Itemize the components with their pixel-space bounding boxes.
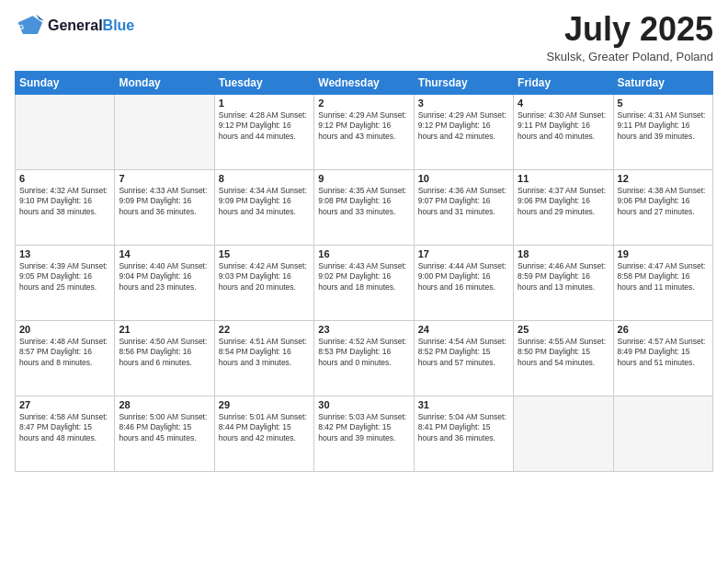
day-number: 21: [119, 324, 210, 335]
day-number: 30: [318, 399, 409, 410]
calendar-day-cell: 20Sunrise: 4:48 AM Sunset: 8:57 PM Dayli…: [16, 320, 115, 396]
day-info: Sunrise: 4:51 AM Sunset: 8:54 PM Dayligh…: [219, 337, 310, 368]
day-info: Sunrise: 4:58 AM Sunset: 8:47 PM Dayligh…: [19, 412, 110, 443]
logo: G General Blue: [15, 11, 134, 40]
day-info: Sunrise: 4:35 AM Sunset: 9:08 PM Dayligh…: [318, 186, 409, 217]
day-info: Sunrise: 4:42 AM Sunset: 9:03 PM Dayligh…: [219, 261, 310, 293]
calendar-day-header: Friday: [514, 71, 613, 94]
calendar-day-cell: 5Sunrise: 4:31 AM Sunset: 9:11 PM Daylig…: [613, 94, 712, 169]
day-info: Sunrise: 4:37 AM Sunset: 9:06 PM Dayligh…: [518, 186, 609, 217]
day-number: 6: [19, 173, 110, 184]
location: Skulsk, Greater Poland, Poland: [547, 50, 713, 63]
day-number: 19: [618, 248, 709, 259]
day-info: Sunrise: 4:36 AM Sunset: 9:07 PM Dayligh…: [418, 186, 509, 217]
calendar-day-cell: 8Sunrise: 4:34 AM Sunset: 9:09 PM Daylig…: [214, 169, 313, 245]
day-info: Sunrise: 4:48 AM Sunset: 8:57 PM Dayligh…: [19, 337, 110, 368]
logo-text: General Blue: [48, 17, 134, 34]
calendar-day-cell: 6Sunrise: 4:32 AM Sunset: 9:10 PM Daylig…: [16, 169, 115, 245]
calendar-day-header: Monday: [115, 71, 214, 94]
month-title: July 2025: [547, 11, 713, 48]
calendar-day-cell: 4Sunrise: 4:30 AM Sunset: 9:11 PM Daylig…: [514, 94, 613, 169]
day-number: 22: [219, 324, 310, 335]
calendar-day-cell: 10Sunrise: 4:36 AM Sunset: 9:07 PM Dayli…: [414, 169, 513, 245]
day-number: 31: [418, 399, 509, 410]
calendar-day-cell: 30Sunrise: 5:03 AM Sunset: 8:42 PM Dayli…: [314, 396, 414, 471]
calendar-day-cell: 12Sunrise: 4:38 AM Sunset: 9:06 PM Dayli…: [613, 169, 712, 245]
day-info: Sunrise: 4:50 AM Sunset: 8:56 PM Dayligh…: [119, 337, 210, 368]
calendar-day-cell: 21Sunrise: 4:50 AM Sunset: 8:56 PM Dayli…: [115, 320, 214, 396]
day-info: Sunrise: 4:29 AM Sunset: 9:12 PM Dayligh…: [318, 110, 409, 142]
day-info: Sunrise: 4:54 AM Sunset: 8:52 PM Dayligh…: [418, 337, 509, 368]
day-info: Sunrise: 4:40 AM Sunset: 9:04 PM Dayligh…: [119, 261, 210, 293]
header: G General Blue July 2025 Skulsk, Greater…: [15, 11, 713, 63]
day-number: 8: [219, 173, 310, 184]
day-info: Sunrise: 4:44 AM Sunset: 9:00 PM Dayligh…: [418, 261, 509, 293]
svg-text:G: G: [18, 24, 24, 31]
day-number: 26: [618, 324, 709, 335]
day-info: Sunrise: 5:01 AM Sunset: 8:44 PM Dayligh…: [219, 412, 310, 443]
logo-icon: G: [15, 11, 44, 40]
day-info: Sunrise: 4:55 AM Sunset: 8:50 PM Dayligh…: [518, 337, 609, 368]
day-info: Sunrise: 4:31 AM Sunset: 9:11 PM Dayligh…: [618, 110, 709, 142]
calendar-day-cell: [613, 396, 712, 471]
calendar-day-cell: 16Sunrise: 4:43 AM Sunset: 9:02 PM Dayli…: [314, 245, 414, 320]
calendar-week-row: 13Sunrise: 4:39 AM Sunset: 9:05 PM Dayli…: [16, 245, 713, 320]
page: G General Blue July 2025 Skulsk, Greater…: [0, 0, 728, 563]
calendar-day-cell: 26Sunrise: 4:57 AM Sunset: 8:49 PM Dayli…: [613, 320, 712, 396]
day-number: 2: [318, 98, 409, 109]
day-number: 27: [19, 399, 110, 410]
calendar-day-cell: 3Sunrise: 4:29 AM Sunset: 9:12 PM Daylig…: [414, 94, 513, 169]
calendar-day-cell: 14Sunrise: 4:40 AM Sunset: 9:04 PM Dayli…: [115, 245, 214, 320]
calendar-day-header: Sunday: [16, 71, 115, 94]
calendar-day-cell: 25Sunrise: 4:55 AM Sunset: 8:50 PM Dayli…: [514, 320, 613, 396]
calendar-day-header: Tuesday: [214, 71, 313, 94]
day-number: 17: [418, 248, 509, 259]
calendar-day-cell: 2Sunrise: 4:29 AM Sunset: 9:12 PM Daylig…: [314, 94, 414, 169]
day-number: 23: [318, 324, 409, 335]
calendar-day-cell: 29Sunrise: 5:01 AM Sunset: 8:44 PM Dayli…: [214, 396, 313, 471]
logo-general: General: [48, 17, 103, 34]
day-info: Sunrise: 4:38 AM Sunset: 9:06 PM Dayligh…: [618, 186, 709, 217]
day-number: 5: [618, 98, 709, 109]
day-info: Sunrise: 4:39 AM Sunset: 9:05 PM Dayligh…: [19, 261, 110, 293]
calendar-day-cell: 1Sunrise: 4:28 AM Sunset: 9:12 PM Daylig…: [214, 94, 313, 169]
calendar-day-cell: 9Sunrise: 4:35 AM Sunset: 9:08 PM Daylig…: [314, 169, 414, 245]
calendar-day-cell: [115, 94, 214, 169]
day-number: 15: [219, 248, 310, 259]
day-number: 18: [518, 248, 609, 259]
day-number: 12: [618, 173, 709, 184]
calendar-header-row: SundayMondayTuesdayWednesdayThursdayFrid…: [16, 71, 713, 94]
calendar-day-cell: 27Sunrise: 4:58 AM Sunset: 8:47 PM Dayli…: [16, 396, 115, 471]
calendar-day-cell: 7Sunrise: 4:33 AM Sunset: 9:09 PM Daylig…: [115, 169, 214, 245]
calendar-day-cell: [16, 94, 115, 169]
calendar-week-row: 20Sunrise: 4:48 AM Sunset: 8:57 PM Dayli…: [16, 320, 713, 396]
day-info: Sunrise: 4:46 AM Sunset: 8:59 PM Dayligh…: [518, 261, 609, 293]
calendar-day-cell: [514, 396, 613, 471]
calendar-day-header: Wednesday: [314, 71, 414, 94]
calendar-day-cell: 19Sunrise: 4:47 AM Sunset: 8:58 PM Dayli…: [613, 245, 712, 320]
day-number: 16: [318, 248, 409, 259]
day-info: Sunrise: 4:47 AM Sunset: 8:58 PM Dayligh…: [618, 261, 709, 293]
day-info: Sunrise: 4:43 AM Sunset: 9:02 PM Dayligh…: [318, 261, 409, 293]
day-info: Sunrise: 5:03 AM Sunset: 8:42 PM Dayligh…: [318, 412, 409, 443]
day-number: 20: [19, 324, 110, 335]
calendar-week-row: 1Sunrise: 4:28 AM Sunset: 9:12 PM Daylig…: [16, 94, 713, 169]
day-info: Sunrise: 4:28 AM Sunset: 9:12 PM Dayligh…: [219, 110, 310, 142]
day-number: 7: [119, 173, 210, 184]
calendar-day-header: Saturday: [613, 71, 712, 94]
title-block: July 2025 Skulsk, Greater Poland, Poland: [547, 11, 713, 63]
day-number: 4: [518, 98, 609, 109]
calendar-day-cell: 18Sunrise: 4:46 AM Sunset: 8:59 PM Dayli…: [514, 245, 613, 320]
calendar-day-cell: 15Sunrise: 4:42 AM Sunset: 9:03 PM Dayli…: [214, 245, 313, 320]
day-number: 10: [418, 173, 509, 184]
day-info: Sunrise: 4:29 AM Sunset: 9:12 PM Dayligh…: [418, 110, 509, 142]
day-number: 29: [219, 399, 310, 410]
calendar-day-cell: 17Sunrise: 4:44 AM Sunset: 9:00 PM Dayli…: [414, 245, 513, 320]
day-info: Sunrise: 4:30 AM Sunset: 9:11 PM Dayligh…: [518, 110, 609, 142]
day-info: Sunrise: 4:52 AM Sunset: 8:53 PM Dayligh…: [318, 337, 409, 368]
calendar: SundayMondayTuesdayWednesdayThursdayFrid…: [15, 71, 713, 472]
day-number: 11: [518, 173, 609, 184]
day-number: 1: [219, 98, 310, 109]
day-number: 28: [119, 399, 210, 410]
calendar-day-cell: 22Sunrise: 4:51 AM Sunset: 8:54 PM Dayli…: [214, 320, 313, 396]
